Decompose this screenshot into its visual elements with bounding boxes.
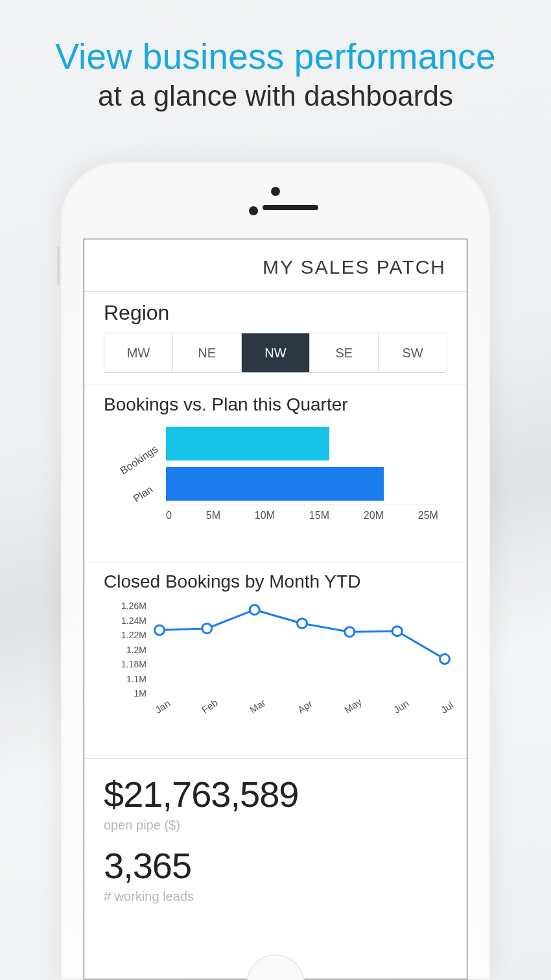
phone-camera-icon <box>271 187 280 196</box>
line-y-tick: 1M <box>104 686 147 701</box>
region-option-se[interactable]: SE <box>309 333 378 372</box>
bar-plan <box>166 467 384 501</box>
region-segmented-control[interactable]: MWNENWSESW <box>104 333 447 373</box>
line-y-tick: 1.22M <box>104 628 147 643</box>
bar-label-bookings: Bookings <box>118 444 160 477</box>
line-y-tick: 1.2M <box>104 643 147 658</box>
promo-title: View business performance <box>0 36 551 77</box>
bar-tick: 15M <box>309 510 329 521</box>
region-label: Region <box>104 301 447 325</box>
line-point <box>392 627 402 636</box>
line-y-tick: 1.24M <box>104 614 147 628</box>
kpi-working-leads-value: 3,365 <box>104 844 447 887</box>
region-section: Region MWNENWSESW <box>84 291 467 385</box>
svg-rect-0 <box>153 599 451 702</box>
line-x-ticks: JanFebMarAprMayJunJul <box>153 706 451 717</box>
region-option-nw[interactable]: NW <box>241 333 310 372</box>
phone-sensor-icon <box>249 206 258 215</box>
closed-line-chart: 1.26M1.24M1.22M1.2M1.18M1.1M1M JanFebMar… <box>104 597 447 747</box>
line-y-tick: 1.1M <box>104 672 147 687</box>
region-option-mw[interactable]: MW <box>104 333 172 372</box>
phone-frame: MY SALES PATCH Region MWNENWSESW Booking… <box>61 162 490 979</box>
closed-bookings-section: Closed Bookings by Month YTD 1.26M1.24M1… <box>84 562 467 758</box>
kpi-section: $21,763,589 open pipe ($) 3,365 # workin… <box>84 758 467 920</box>
line-point <box>298 619 307 628</box>
region-option-ne[interactable]: NE <box>172 333 241 372</box>
bar-tick: 5M <box>206 510 220 521</box>
kpi-open-pipe-label: open pipe ($) <box>104 818 447 833</box>
closed-chart-title: Closed Bookings by Month YTD <box>104 571 447 592</box>
app-screen: MY SALES PATCH Region MWNENWSESW Booking… <box>84 239 467 979</box>
line-y-tick: 1.18M <box>104 657 147 672</box>
kpi-open-pipe-value: $21,763,589 <box>104 773 447 815</box>
bar-label-plan: Plan <box>131 484 155 505</box>
bookings-chart-title: Bookings vs. Plan this Quarter <box>104 394 447 415</box>
line-point <box>250 605 259 615</box>
bar-tick: 0 <box>166 510 172 521</box>
kpi-working-leads-label: # working leads <box>104 889 447 904</box>
bookings-vs-plan-section: Bookings vs. Plan this Quarter Bookings … <box>84 385 467 562</box>
phone-speaker-icon <box>263 205 318 210</box>
line-point <box>345 627 355 637</box>
line-point <box>155 625 165 635</box>
line-point <box>202 624 212 634</box>
line-y-ticks: 1.26M1.24M1.22M1.2M1.18M1.1M1M <box>104 599 147 701</box>
bar-x-ticks: 05M10M15M20M25M <box>166 510 438 521</box>
bar-tick: 20M <box>364 510 384 521</box>
bar-tick: 10M <box>255 510 275 521</box>
line-y-tick: 1.26M <box>104 599 147 614</box>
region-option-sw[interactable]: SW <box>378 333 447 372</box>
bar-axis <box>166 505 438 505</box>
promo-subtitle: at a glance with dashboards <box>0 80 551 112</box>
bookings-bar-chart: Bookings Plan 05M10M15M20M25M <box>104 420 447 550</box>
line-svg <box>153 599 451 702</box>
bar-tick: 25M <box>418 510 438 521</box>
app-title: MY SALES PATCH <box>84 239 467 291</box>
line-point <box>440 654 450 664</box>
bar-bookings <box>166 427 329 460</box>
